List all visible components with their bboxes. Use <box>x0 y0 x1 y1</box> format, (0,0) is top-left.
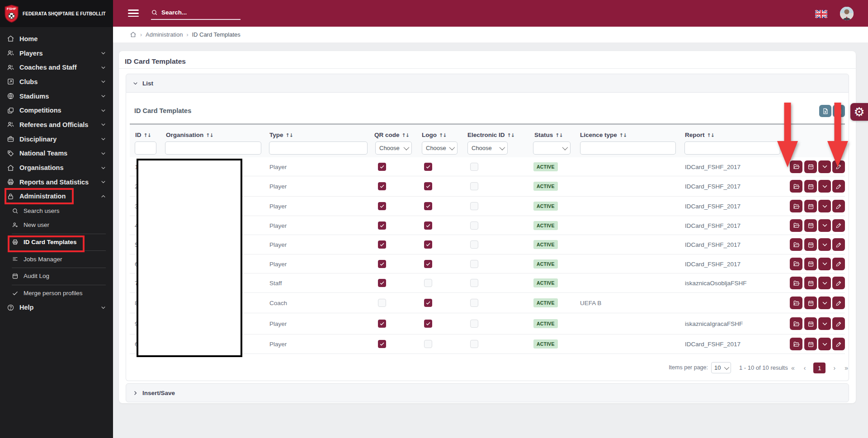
filter-report-input[interactable] <box>684 141 780 155</box>
sidebar-item-stadiums[interactable]: Stadiums <box>0 89 113 104</box>
sidebar-item-search-users[interactable]: Search users <box>0 203 113 218</box>
logo-checkbox-checked[interactable] <box>424 163 432 171</box>
eid-checkbox-unchecked[interactable] <box>470 299 478 307</box>
validity-button[interactable] <box>804 219 817 232</box>
edit-button[interactable] <box>832 200 845 212</box>
column-header-id[interactable]: ID↑↓ <box>135 132 151 138</box>
filter-logo-select[interactable]: Choose <box>422 141 458 155</box>
eid-checkbox-unchecked[interactable] <box>470 260 478 268</box>
column-header-organisation[interactable]: Organisation↑↓ <box>166 132 213 138</box>
qr-checkbox-checked[interactable] <box>378 182 386 190</box>
logo-checkbox-unchecked[interactable] <box>424 340 432 348</box>
logo-checkbox-checked[interactable] <box>424 202 432 210</box>
sidebar-item-disciplinary[interactable]: Disciplinary <box>0 132 113 146</box>
menu-toggle-button[interactable] <box>128 9 139 17</box>
column-header-type[interactable]: Type↑↓ <box>269 132 293 138</box>
column-header-report[interactable]: Report↑↓ <box>685 132 714 138</box>
filter-id-input[interactable] <box>135 141 156 155</box>
edit-button[interactable] <box>832 258 845 270</box>
qr-checkbox-checked[interactable] <box>378 202 386 210</box>
open-template-button[interactable] <box>790 338 802 350</box>
open-template-button[interactable] <box>790 277 802 289</box>
validity-button[interactable] <box>804 317 817 330</box>
eid-checkbox-unchecked[interactable] <box>470 163 478 171</box>
more-actions-button[interactable] <box>818 338 831 350</box>
sidebar-item-competitions[interactable]: Competitions <box>0 103 113 118</box>
validity-button[interactable] <box>804 180 817 193</box>
more-actions-button[interactable] <box>818 219 831 232</box>
sidebar-item-reports-and-statistics[interactable]: Reports and Statistics <box>0 175 113 189</box>
sidebar-brand[interactable]: FSHF FEDERATA SHQIPTARE E FUTBOLLIT <box>0 0 113 27</box>
sidebar-item-referees-and-officials[interactable]: Referees and Officials <box>0 118 113 132</box>
user-avatar[interactable] <box>840 7 854 20</box>
validity-button[interactable] <box>804 338 817 350</box>
eid-checkbox-unchecked[interactable] <box>470 340 478 348</box>
validity-button[interactable] <box>804 297 817 309</box>
eid-checkbox-unchecked[interactable] <box>470 221 478 230</box>
sidebar-item-clubs[interactable]: Clubs <box>0 75 113 89</box>
eid-checkbox-unchecked[interactable] <box>470 279 478 287</box>
logo-checkbox-checked[interactable] <box>424 320 432 328</box>
open-template-button[interactable] <box>790 297 802 309</box>
open-template-button[interactable] <box>790 180 802 193</box>
filter-licence-type-input[interactable] <box>580 141 676 155</box>
sidebar-item-organisations[interactable]: Organisations <box>0 160 113 175</box>
prev-page-button[interactable]: ‹ <box>799 364 811 372</box>
filter-status-select[interactable] <box>533 141 571 155</box>
open-template-button[interactable] <box>790 200 802 212</box>
qr-checkbox-checked[interactable] <box>378 163 386 171</box>
more-actions-button[interactable] <box>818 258 831 270</box>
sidebar-item-jobs-manager[interactable]: Jobs Manager <box>0 252 113 266</box>
sidebar-item-audit-log[interactable]: Audit Log <box>0 269 113 283</box>
edit-button[interactable] <box>832 277 845 289</box>
sidebar-item-national-teams[interactable]: National Teams <box>0 146 113 161</box>
more-actions-button[interactable] <box>818 238 831 251</box>
logo-checkbox-checked[interactable] <box>424 221 432 230</box>
page-1-button[interactable]: 1 <box>813 363 826 373</box>
filter-type-input[interactable] <box>269 141 368 155</box>
last-page-button[interactable]: » <box>840 364 853 372</box>
open-template-button[interactable] <box>790 219 802 232</box>
validity-button[interactable] <box>804 258 817 270</box>
qr-checkbox-checked[interactable] <box>378 260 386 268</box>
more-actions-button[interactable] <box>818 297 831 309</box>
home-icon[interactable] <box>130 31 137 38</box>
column-header-qr-code[interactable]: QR code↑↓ <box>374 132 409 138</box>
list-section-header[interactable]: List <box>126 74 849 93</box>
filter-organisation-input[interactable] <box>165 141 261 155</box>
edit-button[interactable] <box>832 297 845 309</box>
sidebar-item-help[interactable]: Help <box>0 300 113 315</box>
open-template-button[interactable] <box>790 258 802 270</box>
more-actions-button[interactable] <box>818 200 831 212</box>
sidebar-item-coaches-and-staff[interactable]: Coaches and Staff <box>0 60 113 75</box>
qr-checkbox-checked[interactable] <box>378 320 386 328</box>
next-page-button[interactable]: › <box>829 364 840 372</box>
filter-qr-code-select[interactable]: Choose <box>375 141 412 155</box>
column-header-electronic-id[interactable]: Electronic ID↑↓ <box>467 132 514 138</box>
edit-button[interactable] <box>832 317 845 330</box>
eid-checkbox-unchecked[interactable] <box>470 202 478 210</box>
validity-button[interactable] <box>804 160 817 173</box>
insert-save-section-header[interactable]: Insert/Save <box>126 383 849 402</box>
edit-button[interactable] <box>832 180 845 193</box>
validity-button[interactable] <box>804 200 817 212</box>
breadcrumb-administration[interactable]: Administration <box>146 31 183 38</box>
qr-checkbox-checked[interactable] <box>378 240 386 249</box>
more-actions-button[interactable] <box>818 317 831 330</box>
logo-checkbox-checked[interactable] <box>424 182 432 190</box>
edit-button[interactable] <box>832 338 845 350</box>
column-header-logo[interactable]: Logo↑↓ <box>422 132 446 138</box>
logo-checkbox-checked[interactable] <box>424 299 432 307</box>
eid-checkbox-unchecked[interactable] <box>470 320 478 328</box>
qr-checkbox-unchecked[interactable] <box>378 299 386 307</box>
open-template-button[interactable] <box>790 317 802 330</box>
eid-checkbox-unchecked[interactable] <box>470 240 478 249</box>
first-page-button[interactable]: « <box>787 364 799 372</box>
sidebar-item-players[interactable]: Players <box>0 46 113 61</box>
sidebar-item-home[interactable]: Home <box>0 32 113 46</box>
search-input[interactable]: Search... <box>151 6 241 20</box>
qr-checkbox-checked[interactable] <box>378 340 386 348</box>
validity-button[interactable] <box>804 238 817 251</box>
open-template-button[interactable] <box>790 238 802 251</box>
settings-gear-button[interactable]: ⚙ <box>850 103 868 121</box>
